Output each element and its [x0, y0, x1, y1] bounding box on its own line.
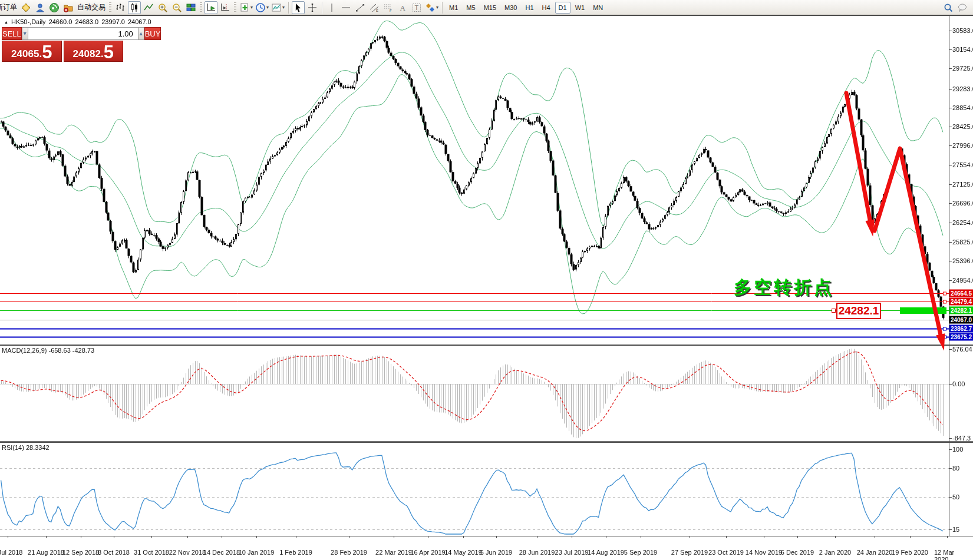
vertical-line-icon[interactable]: [325, 1, 338, 14]
sell-price[interactable]: 24065.5: [2, 41, 62, 62]
cursor-icon[interactable]: [292, 1, 305, 14]
trendline-icon[interactable]: [354, 1, 367, 14]
time-axis-label: 23 Oct 2019: [708, 549, 744, 556]
ohlc-high: 24683.0: [75, 18, 98, 25]
ohlc-open: 24660.0: [49, 18, 72, 25]
price-axis-label: 25396.0: [952, 257, 973, 264]
timeframe-m30[interactable]: M30: [501, 2, 520, 14]
time-axis-label: 27 Sep 2019: [671, 549, 708, 556]
time-axis-label: 14 Nov 2019: [746, 549, 782, 556]
time-axis-label: 6 Dec 2019: [781, 549, 814, 556]
rsi-label: RSI(14) 28.3342: [2, 444, 50, 451]
price-level-badge: 23862.7: [949, 325, 973, 333]
svg-text:F: F: [390, 9, 392, 12]
svg-text:A: A: [400, 3, 406, 12]
price-level-badge: 24067.0: [949, 316, 973, 323]
time-axis-label: 16 Apr 2019: [410, 549, 445, 556]
price-level-badge: 23675.2: [949, 333, 973, 341]
chat-icon[interactable]: [956, 1, 969, 14]
candlestick-chart-icon[interactable]: [128, 1, 141, 14]
price-callout[interactable]: 24282.1: [836, 303, 881, 319]
time-axis-label: 2 Jan 2020: [819, 549, 851, 556]
arrows-icon[interactable]: ▾: [424, 1, 439, 14]
timeframe-h4[interactable]: H4: [539, 2, 554, 14]
equidistant-channel-icon[interactable]: E: [368, 1, 381, 14]
volume-decrease-button[interactable]: ▼: [22, 27, 28, 40]
modify-order-icon[interactable]: [19, 1, 32, 14]
time-axis-label: 31 Oct 2018: [134, 549, 169, 556]
time-axis-label: 22 Nov 2018: [169, 549, 206, 556]
bar-chart-icon[interactable]: [114, 1, 127, 14]
time-axis-label: 5 Jun 2019: [480, 549, 512, 556]
search-icon[interactable]: [942, 1, 955, 14]
tile-windows-icon[interactable]: [184, 1, 197, 14]
templates-icon[interactable]: ▾: [271, 1, 285, 14]
volume-input[interactable]: [28, 27, 138, 40]
time-axis-label: 14 Dec 2018: [203, 549, 240, 556]
time-axis-label: 28 Feb 2019: [331, 549, 367, 556]
text-icon[interactable]: A: [396, 1, 409, 14]
new-order-button[interactable]: 新订单: [0, 2, 17, 12]
callout-anchor[interactable]: [832, 309, 836, 313]
zoom-in-icon[interactable]: [156, 1, 169, 14]
timeframe-m5[interactable]: M5: [463, 2, 479, 14]
price-axis-label: 28425.0: [952, 123, 973, 130]
time-axis-label: 12 Sep 2018: [62, 549, 99, 556]
timeframe-w1[interactable]: W1: [572, 2, 589, 14]
profile-icon[interactable]: [34, 1, 47, 14]
buy-button[interactable]: BUY: [144, 27, 161, 40]
price-axis-label: 27554.0: [952, 161, 973, 168]
timeframe-strip: M1M5M15M30H1H4D1W1MN: [445, 2, 607, 14]
timeframe-d1[interactable]: D1: [555, 2, 570, 14]
auto-scroll-icon[interactable]: [205, 1, 217, 14]
price-axis-label: 28854.0: [952, 104, 973, 111]
text-label-icon[interactable]: T: [410, 1, 423, 14]
line-chart-icon[interactable]: [142, 1, 155, 14]
horizontal-line-icon[interactable]: [339, 1, 352, 14]
timeframe-m1[interactable]: M1: [446, 2, 461, 14]
macd-label: MACD(12,26,9) -658.63 -428.73: [2, 347, 94, 354]
chart-region: ▲ HK50-,Daily 24660.0 24683.0 23997.0 24…: [0, 16, 973, 560]
macd-axis-label: -847.3: [952, 435, 971, 442]
new-chart-icon[interactable]: ▾: [239, 1, 253, 14]
buy-price[interactable]: 24082.5: [64, 41, 124, 62]
price-axis-label: 29725.0: [952, 65, 973, 72]
timeframe-mn[interactable]: MN: [589, 2, 606, 14]
window-marker-icon[interactable]: ▲: [4, 20, 8, 24]
timeframe-h1[interactable]: H1: [522, 2, 537, 14]
community-icon[interactable]: [48, 1, 61, 14]
timeframe-m15[interactable]: M15: [480, 2, 500, 14]
periods-icon[interactable]: ▾: [255, 1, 269, 14]
price-axis-label: 24954.0: [952, 277, 973, 284]
zoom-out-icon[interactable]: [170, 1, 183, 14]
price-axis-label: 30154.0: [952, 46, 973, 53]
ohlc-close: 24067.0: [128, 18, 151, 25]
time-axis-label: 23 Jul 2019: [555, 549, 589, 556]
price-axis-label: 27996.0: [952, 142, 973, 149]
time-axis-label: 14 May 2019: [444, 549, 482, 556]
time-axis-label: 1 Feb 2019: [279, 549, 312, 556]
time-axis-label: 14 Aug 2019: [588, 549, 624, 556]
time-axis-label: 8 Oct 2018: [98, 549, 130, 556]
time-axis-label: 0 Jul 2018: [0, 549, 22, 556]
volume-increase-button[interactable]: ▲: [138, 27, 144, 40]
chart-shift-icon[interactable]: [219, 1, 232, 14]
fibonacci-icon[interactable]: F: [382, 1, 395, 14]
price-axis-label: 26696.0: [952, 200, 973, 207]
sell-button[interactable]: SELL: [2, 27, 22, 40]
annotation-text[interactable]: 多空转折点: [734, 276, 834, 300]
autotrading-icon[interactable]: [62, 1, 75, 14]
price-axis-label: 27125.0: [952, 181, 973, 188]
macd-axis-label: 0.00: [952, 380, 965, 387]
time-axis-label: 10 Jan 2019: [239, 549, 275, 556]
macd-axis-label: 576.04: [952, 346, 972, 353]
price-axis-label: 29283.0: [952, 85, 973, 92]
time-axis-label: 21 Aug 2018: [28, 549, 64, 556]
rsi-axis-label: 100: [952, 446, 963, 453]
chart-title: HK50-,Daily: [11, 18, 46, 25]
autotrading-label[interactable]: 自动交易: [77, 2, 105, 12]
price-level-badge: 24664.5: [949, 289, 973, 297]
time-axis-label: 12 Mar 2020: [934, 549, 960, 560]
crosshair-icon[interactable]: [306, 1, 319, 14]
price-axis-label: 26254.0: [952, 219, 973, 226]
